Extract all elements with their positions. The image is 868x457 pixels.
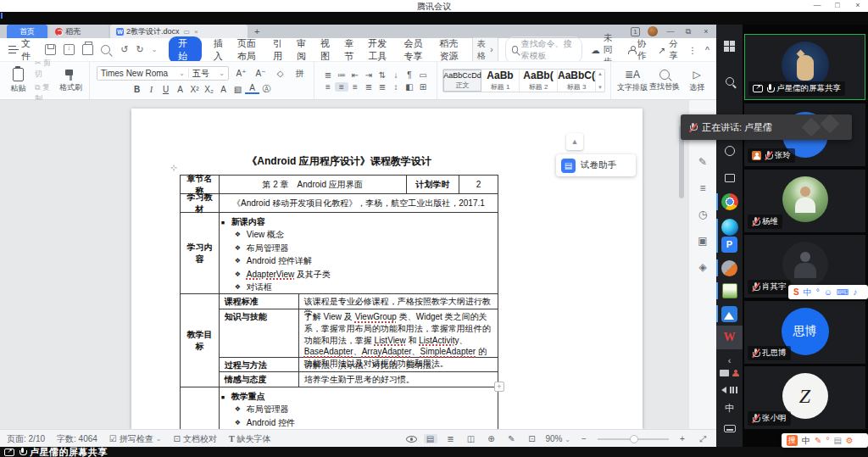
ime-punct-icon[interactable]: ° (816, 287, 820, 297)
ime-indicator[interactable]: 中 (716, 401, 743, 415)
clear-format-icon[interactable]: ◇ (273, 69, 287, 78)
screen-rec-tray-icon[interactable] (720, 370, 729, 376)
ime-punct-icon[interactable]: ° (826, 436, 829, 445)
taskbar-navicat[interactable] (716, 257, 743, 279)
assistant-collapse-button[interactable]: ▲ (566, 133, 583, 150)
zoom-slider-knob[interactable] (630, 435, 638, 443)
align-center-icon[interactable]: ≡ (335, 82, 348, 92)
sort-icon[interactable]: ⇅ (376, 70, 389, 80)
taskbar-wps-active[interactable]: W (716, 326, 743, 349)
fullscreen-icon[interactable]: ⤢ (696, 434, 709, 444)
menu-tab-references[interactable]: 引用 (273, 37, 285, 63)
more-menu-icon[interactable]: ⋮ (688, 45, 698, 55)
web-view-icon[interactable]: ⊕ (485, 434, 498, 443)
pinyin-guide-icon[interactable]: 拼 (292, 68, 307, 80)
styles-scroll[interactable]: ▲▼ (596, 70, 604, 92)
menu-tab-page-layout[interactable]: 页面布局 (237, 37, 261, 63)
ruler-icon[interactable]: ▭ (416, 70, 430, 80)
volume-tray-icon[interactable] (721, 387, 726, 393)
highlight-icon[interactable]: ▧ (231, 85, 245, 94)
tab-close-icon[interactable]: × (194, 28, 198, 36)
table-add-handle[interactable]: + (494, 382, 504, 392)
menu-tab-start[interactable]: 开始 (169, 36, 201, 64)
cell-content-label[interactable]: 学习内容 (181, 213, 220, 293)
book-view-icon[interactable]: ◫ (465, 434, 478, 443)
menu-tab-view[interactable]: 视图 (320, 37, 332, 63)
wps-minimize-button[interactable]: — (665, 27, 676, 36)
ime-keyboard-icon[interactable]: ▤ (833, 436, 841, 445)
ime-pen-icon[interactable]: ✎ (815, 436, 821, 445)
cell-chapter-value[interactable]: 第 2 章 Android 应用界面 (220, 176, 407, 193)
style-heading-3[interactable]: AaBbC( 标题 3 (558, 70, 596, 92)
menu-tab-docer-res[interactable]: 稻壳资源 (440, 37, 464, 63)
table-move-handle[interactable]: ⊹ (170, 163, 177, 172)
hamburger-icon[interactable] (8, 46, 16, 53)
font-name-select[interactable]: Times New Roma⌄ (97, 69, 189, 78)
contact-tray-icon[interactable] (732, 370, 739, 377)
outdent-icon[interactable]: ⇤ (348, 70, 362, 80)
menu-tab-insert[interactable]: 插入 (214, 37, 225, 63)
zoom-out-button[interactable]: − (577, 434, 591, 443)
start-button[interactable] (716, 36, 743, 55)
goal-sublabel[interactable]: 课程标准 (220, 294, 299, 309)
text-effects-icon[interactable]: A (216, 85, 231, 94)
exam-assistant-button[interactable]: ▤ 试卷助手 (556, 154, 636, 176)
zoom-level[interactable]: 90% ⌄ (546, 434, 571, 443)
cell-hours-value[interactable]: 2 (459, 176, 498, 193)
fit-page-icon[interactable]: ⊡ (526, 434, 539, 443)
sogou-logo-icon[interactable]: S (793, 287, 799, 297)
goal-subtext[interactable]: 该课程是专业必修课程，严格按照教学大纲进行教学。 (299, 294, 498, 309)
ime-emoji-icon[interactable]: ☺ (824, 287, 832, 297)
goal-subtext[interactable]: 讲解法、演示法、对比法、归纳法。 (299, 358, 498, 371)
goal-sublabel[interactable]: 过程与方法 (220, 358, 299, 371)
style-heading-2[interactable]: AaBb( 标题 2 (520, 70, 558, 92)
align-right-icon[interactable]: ≡ (348, 82, 362, 92)
menu-tab-review[interactable]: 审阅 (297, 37, 309, 63)
borders-icon[interactable]: ⊞ (416, 82, 430, 92)
indent-icon[interactable]: ⇥ (362, 70, 376, 80)
share-button[interactable]: ↗ 分享 (658, 38, 679, 62)
subscript-icon[interactable]: X₂ (202, 85, 216, 94)
undo-icon[interactable]: ↺ (120, 44, 128, 55)
export-icon[interactable] (64, 44, 75, 55)
sogou-logo-icon[interactable]: 搜 (787, 435, 798, 446)
account-avatar[interactable] (648, 26, 658, 36)
goal-sublabel[interactable]: 知识与技能 (220, 309, 299, 357)
print-preview-icon[interactable] (101, 45, 110, 54)
ime-keyboard-icon[interactable]: ⌨ (837, 287, 849, 297)
find-replace-button[interactable]: 查找替换 (648, 70, 681, 92)
menu-tab-member[interactable]: 会员专享 (403, 37, 427, 63)
history-tool-icon[interactable]: ◷ (698, 209, 707, 220)
missing-font-button[interactable]: T缺失字体 (229, 433, 271, 445)
style-heading-1[interactable]: AaBb 标题 1 (481, 70, 520, 92)
page-indicator[interactable]: 页面: 2/10 (7, 433, 45, 445)
ime-lang-icon[interactable]: 中 (804, 287, 812, 298)
bold-icon[interactable]: B (130, 85, 144, 94)
wps-restore-button[interactable]: ⧉ (683, 27, 693, 36)
cell-content-value[interactable]: 新课内容 View 概念 布局管理器 Android 控件详解 AdapterV… (220, 213, 498, 293)
numbered-list-icon[interactable]: ≔ (335, 70, 348, 80)
grow-font-icon[interactable]: A⁺ (234, 69, 248, 78)
adjust-tool-icon[interactable]: ≡ (699, 182, 705, 194)
touch-keyboard-tray-icon[interactable] (716, 421, 743, 435)
taskbar-app-p[interactable]: P (716, 233, 743, 255)
tab-pin-icon[interactable]: ▭ (184, 28, 191, 36)
meeting-close-button[interactable]: × (851, 0, 865, 11)
document-title[interactable]: 《Android 应用程序设计》课程教学设计 (180, 154, 498, 169)
goal-sublabel[interactable]: 情感与态度 (220, 372, 299, 387)
tray-expand-chevron[interactable]: ‹ (716, 354, 743, 366)
taskbar-lanhu[interactable] (716, 303, 743, 325)
cell-goals-label[interactable]: 教学目标 (181, 294, 220, 387)
meeting-minimize-button[interactable]: — (810, 0, 824, 11)
ink-view-icon[interactable]: ✎ (505, 434, 519, 443)
cell-material-label[interactable]: 学习教材 (181, 194, 220, 212)
justify-icon[interactable]: ≣ (362, 82, 376, 92)
font-color-icon[interactable]: A (245, 84, 259, 94)
word-count[interactable]: 字数: 4064 (57, 433, 97, 445)
char-border-icon[interactable]: A (173, 85, 187, 94)
underline-icon[interactable]: U (159, 85, 173, 94)
line-spacing-icon[interactable]: ↕ (389, 82, 403, 92)
table-context-chip[interactable]: 表格 › (472, 37, 498, 63)
window-manage-badge[interactable]: 1 (631, 27, 640, 36)
goal-subtext[interactable]: 了解 View 及 ViewGroup 类、Widget 类之间的关系，掌握常用… (299, 309, 498, 357)
